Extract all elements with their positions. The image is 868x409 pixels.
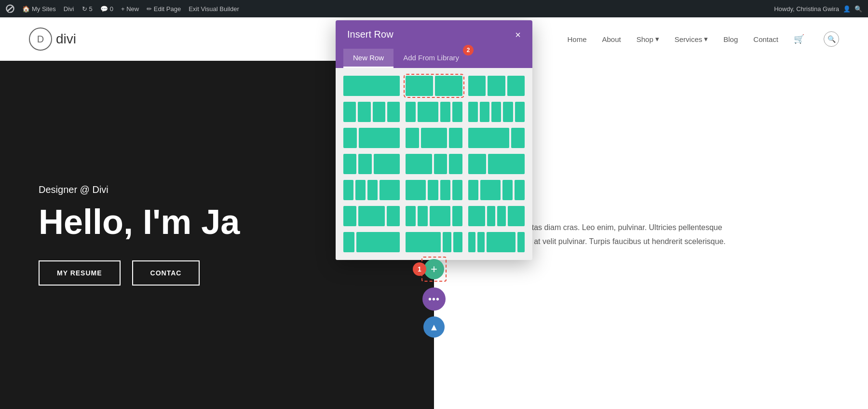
col-block (507, 76, 525, 96)
cart-icon[interactable]: 🛒 (794, 34, 804, 44)
col-block (430, 206, 450, 226)
row-layout-4[interactable] (406, 102, 462, 122)
col-block (508, 206, 525, 226)
updates-btn[interactable]: ↻ 5 (82, 5, 93, 13)
nav-links: Home About Shop ▾ Services ▾ Blog Contac… (567, 31, 839, 47)
admin-bar: 🏠 My Sites Divi ↻ 5 💬 0 + New ✏ Edit Pag… (0, 0, 868, 17)
resume-button[interactable]: MY RESUME (39, 260, 121, 286)
col-block (380, 180, 400, 200)
col-block (343, 76, 400, 96)
updates-icon: ↻ (82, 5, 87, 13)
col-block (406, 154, 432, 174)
services-link[interactable]: Services ▾ (675, 35, 708, 43)
float-btn-area: 1 + ••• ▲ (421, 257, 447, 338)
col-block (358, 154, 371, 174)
row-layout-19[interactable] (406, 232, 462, 252)
tab-library-wrapper: Add From Library 2 (393, 49, 469, 68)
home-link[interactable]: Home (567, 35, 586, 43)
row-layout-3[interactable] (343, 102, 400, 122)
row-layout-1[interactable] (406, 76, 462, 96)
add-row-badge: 1 (413, 262, 426, 276)
col-block (343, 154, 356, 174)
col-block (421, 128, 448, 148)
col-block (453, 232, 462, 252)
col-block (440, 102, 450, 122)
col-block (488, 76, 505, 96)
col-block (449, 128, 462, 148)
blog-link[interactable]: Blog (723, 35, 738, 43)
col-block (387, 102, 400, 122)
col-block (491, 102, 501, 122)
divi-btn[interactable]: Divi (64, 5, 74, 13)
col-block (452, 206, 462, 226)
user-label: Howdy, Christina Gwira (774, 5, 839, 13)
col-block (406, 206, 416, 226)
row-layout-16[interactable] (406, 206, 462, 226)
row-layout-2[interactable] (468, 76, 525, 96)
modal-body (336, 68, 532, 260)
col-block (480, 180, 501, 200)
row-layout-20[interactable] (468, 232, 525, 252)
col-block (468, 76, 486, 96)
contact-button[interactable]: CONTAC (132, 260, 200, 286)
row-layout-13[interactable] (406, 180, 462, 200)
col-block (343, 232, 354, 252)
edit-page-btn[interactable]: ✏ Edit Page (147, 5, 181, 13)
shop-dropdown-icon: ▾ (655, 35, 659, 43)
shop-link[interactable]: Shop ▾ (637, 35, 659, 43)
logo-circle: D (29, 27, 52, 51)
col-block (418, 206, 428, 226)
logo-text: divi (56, 31, 76, 47)
new-btn[interactable]: + New (121, 5, 139, 13)
insert-row-modal: Insert Row × New Row Add From Library 2 (336, 20, 532, 260)
col-block (452, 180, 462, 200)
exit-builder-btn[interactable]: Exit Visual Builder (189, 5, 239, 13)
blue-action-button[interactable]: ▲ (423, 316, 445, 338)
col-block (373, 102, 385, 122)
col-block (443, 232, 451, 252)
comments-btn[interactable]: 💬 0 (100, 5, 113, 13)
my-sites-btn[interactable]: 🏠 My Sites (22, 5, 56, 13)
col-block (434, 154, 447, 174)
col-block (517, 232, 525, 252)
row-layout-11[interactable] (468, 154, 525, 174)
row-layout-8[interactable] (468, 128, 525, 148)
tab-add-from-library[interactable]: Add From Library (393, 49, 469, 68)
col-block (428, 180, 438, 200)
row-layout-15[interactable] (343, 206, 400, 226)
row-layout-6[interactable] (343, 128, 400, 148)
row-layout-0[interactable] (343, 76, 400, 96)
services-dropdown-icon: ▾ (704, 35, 708, 43)
wp-icon-btn[interactable] (6, 4, 14, 13)
site-logo[interactable]: D divi (29, 27, 76, 51)
row-layout-9[interactable] (343, 154, 400, 174)
blue-arrow-icon: ▲ (429, 322, 439, 333)
row-layout-7[interactable] (406, 128, 462, 148)
add-row-button[interactable]: + (424, 259, 444, 279)
col-block (468, 102, 478, 122)
more-options-button[interactable]: ••• (422, 287, 446, 311)
row-layout-18[interactable] (343, 232, 400, 252)
col-block (468, 180, 478, 200)
col-block (435, 76, 462, 96)
tab-new-row[interactable]: New Row (343, 49, 393, 68)
row-layout-12[interactable] (343, 180, 400, 200)
col-block (355, 180, 366, 200)
contact-link[interactable]: Contact (753, 35, 778, 43)
search-btn[interactable]: 🔍 (824, 31, 839, 47)
row-layout-17[interactable] (468, 206, 525, 226)
col-block (374, 154, 400, 174)
col-block (406, 76, 433, 96)
row-layout-5[interactable] (468, 102, 525, 122)
col-block (452, 102, 462, 122)
modal-close-button[interactable]: × (515, 30, 521, 40)
col-block (406, 180, 426, 200)
col-block (343, 206, 356, 226)
col-block (449, 154, 462, 174)
search-admin-icon[interactable]: 🔍 (854, 5, 862, 13)
row-layout-10[interactable] (406, 154, 462, 174)
about-link[interactable]: About (602, 35, 621, 43)
col-block (358, 206, 385, 226)
row-layout-14[interactable] (468, 180, 525, 200)
modal-title: Insert Row (347, 29, 393, 40)
